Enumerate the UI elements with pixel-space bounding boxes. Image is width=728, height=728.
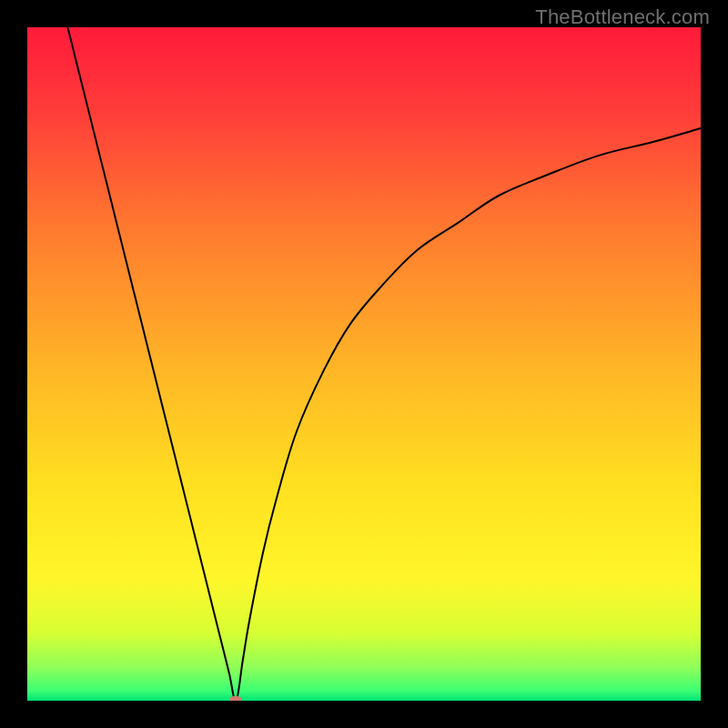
- plot-area: [27, 27, 701, 701]
- chart-frame: TheBottleneck.com: [0, 0, 728, 728]
- watermark-text: TheBottleneck.com: [535, 5, 710, 29]
- minimum-marker: [229, 696, 242, 701]
- bottleneck-curve: [27, 27, 701, 701]
